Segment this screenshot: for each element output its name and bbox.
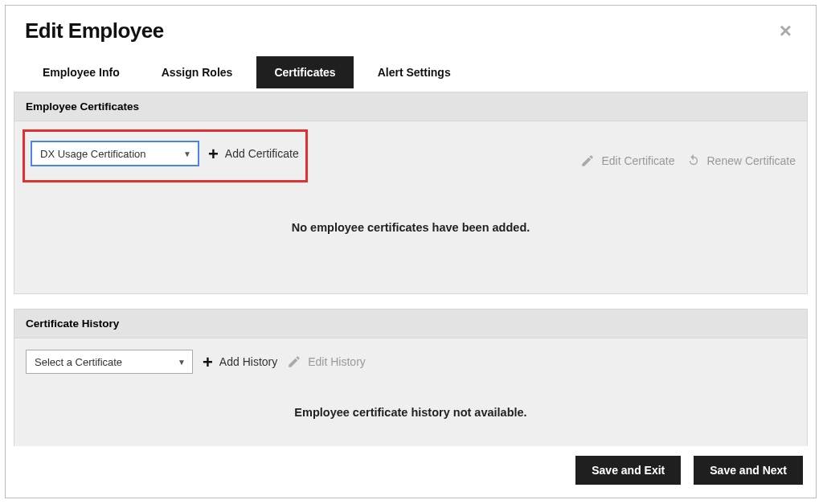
panel-body: Select a Certificate + Add History Edit … (14, 338, 807, 446)
edit-certificate-label: Edit Certificate (601, 154, 674, 167)
employee-certificates-panel: Employee Certificates DX Usage Certifica… (14, 92, 808, 294)
tab-alert-settings[interactable]: Alert Settings (360, 56, 469, 88)
pencil-icon (580, 154, 595, 168)
add-history-label: Add History (219, 355, 277, 368)
edit-history-label: Edit History (308, 355, 366, 368)
add-certificate-highlight: DX Usage Certification + Add Certificate (23, 129, 308, 182)
certificate-history-panel: Certificate History Select a Certificate… (14, 309, 808, 446)
modal-footer: Save and Exit Save and Next (6, 446, 816, 498)
tab-assign-roles[interactable]: Assign Roles (144, 56, 251, 88)
history-empty-message: Employee certificate history not availab… (26, 374, 796, 446)
add-certificate-button[interactable]: + Add Certificate (208, 145, 299, 162)
tab-bar: Employee Info Assign Roles Certificates … (6, 50, 816, 88)
history-select-value: Select a Certificate (35, 356, 122, 368)
renew-icon (686, 154, 701, 168)
certificates-toolbar: DX Usage Certification + Add Certificate… (26, 133, 796, 189)
certificate-select[interactable]: DX Usage Certification (31, 141, 199, 166)
panel-body: DX Usage Certification + Add Certificate… (14, 121, 807, 293)
panel-header: Employee Certificates (14, 92, 807, 121)
history-certificate-select[interactable]: Select a Certificate (26, 350, 193, 374)
renew-certificate-button[interactable]: Renew Certificate (686, 154, 796, 168)
edit-employee-modal: Edit Employee × Employee Info Assign Rol… (5, 5, 817, 498)
modal-body: Employee Certificates DX Usage Certifica… (6, 88, 816, 446)
tab-employee-info[interactable]: Employee Info (25, 56, 137, 88)
save-and-next-button[interactable]: Save and Next (694, 456, 803, 485)
modal-title: Edit Employee (25, 18, 164, 43)
modal-header: Edit Employee × (6, 6, 816, 50)
tab-certificates[interactable]: Certificates (256, 56, 353, 88)
save-and-exit-button[interactable]: Save and Exit (575, 456, 681, 485)
add-history-button[interactable]: + Add History (203, 353, 277, 371)
renew-certificate-label: Renew Certificate (707, 154, 796, 167)
add-certificate-label: Add Certificate (225, 147, 299, 160)
history-toolbar: Select a Certificate + Add History Edit … (26, 350, 796, 374)
certificate-select-value: DX Usage Certification (40, 148, 146, 160)
panel-header: Certificate History (14, 309, 807, 338)
edit-history-button[interactable]: Edit History (287, 354, 366, 369)
pencil-icon (287, 354, 301, 369)
plus-icon: + (208, 145, 219, 163)
close-icon[interactable]: × (775, 18, 796, 43)
plus-icon: + (203, 354, 213, 371)
edit-certificate-button[interactable]: Edit Certificate (580, 154, 674, 168)
certificates-empty-message: No employee certificates have been added… (26, 189, 796, 282)
